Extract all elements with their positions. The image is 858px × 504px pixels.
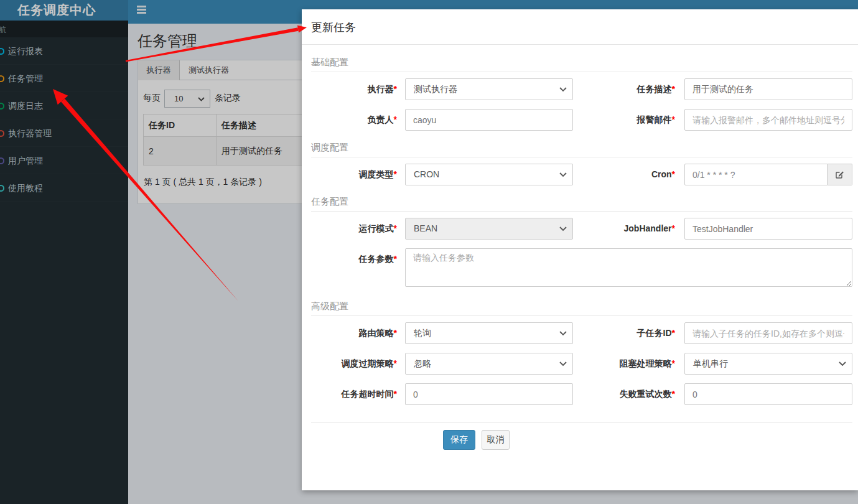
section-task-config: 任务配置: [311, 197, 852, 212]
timeout-label: 任务超时时间*: [311, 383, 405, 405]
block-strategy-label: 阻塞处理策略*: [573, 353, 684, 375]
author-label: 负责人*: [311, 109, 405, 131]
section-schedule-config: 调度配置: [311, 142, 852, 157]
cancel-button[interactable]: 取消: [482, 430, 510, 450]
executor-select[interactable]: 测试执行器: [405, 78, 573, 100]
modal-title: 更新任务: [311, 19, 849, 35]
executor-select-value: 测试执行器: [414, 84, 457, 94]
misfire-strategy-label: 调度过期策略*: [311, 353, 405, 375]
glue-type-label: 运行模式*: [311, 218, 405, 240]
route-strategy-select-value: 轮询: [414, 328, 431, 338]
form-divider: [311, 422, 852, 423]
sched-type-select[interactable]: CRON: [405, 164, 573, 185]
fail-retry-label: 失败重试次数*: [573, 383, 684, 405]
block-strategy-select-value: 单机串行: [693, 358, 728, 368]
job-handler-label: JobHandler*: [573, 218, 684, 240]
job-desc-label: 任务描述*: [573, 78, 684, 100]
chevron-down-icon: [559, 226, 567, 231]
sched-type-label: 调度类型*: [311, 164, 405, 185]
misfire-strategy-select[interactable]: 忽略: [405, 353, 573, 375]
update-job-modal: 更新任务 基础配置 执行器* 测试执行器 任务描述* 负责人* 报警邮件*: [302, 9, 858, 490]
block-strategy-select[interactable]: 单机串行: [684, 353, 852, 375]
alarm-email-input[interactable]: [684, 109, 852, 131]
save-button[interactable]: 保存: [443, 430, 475, 450]
cron-label: Cron*: [573, 164, 684, 185]
cron-edit-button[interactable]: [828, 164, 852, 185]
section-advanced-config: 高级配置: [311, 301, 852, 316]
cron-input[interactable]: [684, 164, 828, 185]
author-input[interactable]: [405, 109, 573, 131]
chevron-down-icon: [559, 362, 567, 366]
section-base-config: 基础配置: [311, 57, 852, 72]
sched-type-select-value: CRON: [414, 169, 439, 179]
job-handler-input[interactable]: [684, 218, 852, 240]
job-desc-input[interactable]: [684, 78, 852, 100]
misfire-strategy-select-value: 忽略: [414, 358, 431, 368]
child-jobid-label: 子任务ID*: [573, 322, 684, 344]
chevron-down-icon: [559, 331, 567, 336]
job-param-label: 任务参数*: [311, 248, 405, 289]
job-param-textarea[interactable]: [405, 248, 852, 287]
modal-header: 更新任务: [302, 9, 858, 45]
alarm-email-label: 报警邮件*: [573, 109, 684, 131]
fail-retry-input[interactable]: [684, 383, 852, 405]
glue-type-select-value: BEAN: [414, 223, 437, 233]
glue-type-select: BEAN: [405, 218, 573, 240]
modal-body: 基础配置 执行器* 测试执行器 任务描述* 负责人* 报警邮件*: [302, 45, 858, 450]
pencil-square-icon: [835, 170, 844, 179]
chevron-down-icon: [559, 87, 567, 92]
chevron-down-icon: [839, 362, 846, 366]
route-strategy-label: 路由策略*: [311, 322, 405, 344]
chevron-down-icon: [559, 172, 567, 177]
route-strategy-select[interactable]: 轮询: [405, 322, 573, 344]
executor-label: 执行器*: [311, 78, 405, 100]
child-jobid-input[interactable]: [684, 322, 852, 344]
timeout-input[interactable]: [405, 383, 573, 405]
